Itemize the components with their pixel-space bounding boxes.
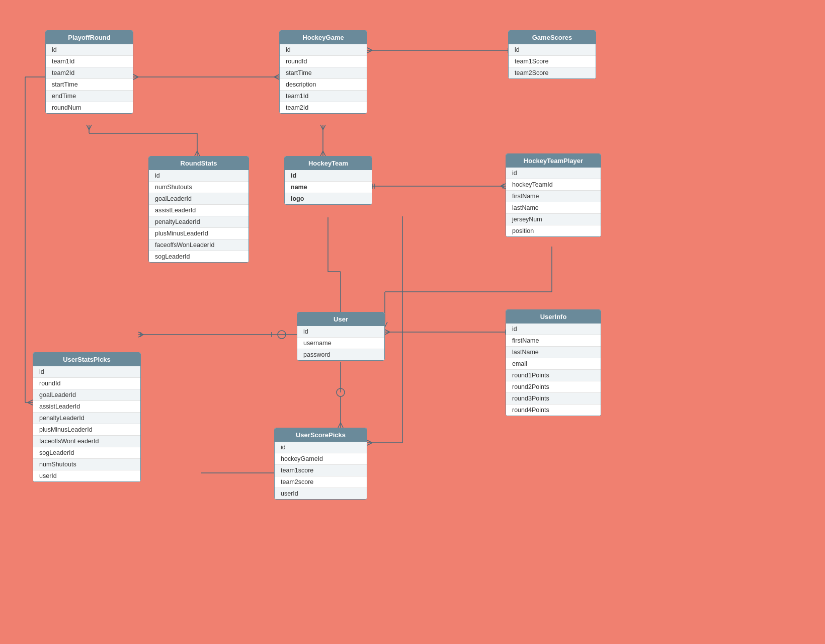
field-usc-userid: userId <box>275 488 367 499</box>
field-rs-numshutouts: numShutouts <box>149 182 249 193</box>
svg-line-1 <box>133 74 138 77</box>
entity-header-userstatspicks: UserStatsPicks <box>33 353 140 366</box>
svg-line-17 <box>87 125 89 130</box>
svg-line-58 <box>367 440 372 443</box>
entity-user: User id username password <box>297 312 385 361</box>
field-usc-hockeygameid: hockeyGameId <box>275 453 367 465</box>
field-rs-sogleaderid: sogLeaderId <box>149 251 249 262</box>
svg-line-66 <box>385 322 387 327</box>
field-pr-team2id: team2Id <box>46 67 133 79</box>
entity-header-hockeyteamplayer: HockeyTeamPlayer <box>506 154 601 168</box>
svg-line-5 <box>274 74 279 77</box>
field-htp-firstname: firstName <box>506 191 601 202</box>
svg-line-10 <box>367 48 372 50</box>
entity-hockeyteamplayer: HockeyTeamPlayer id hockeyTeamId firstNa… <box>506 153 601 237</box>
field-pr-starttime: startTime <box>46 79 133 91</box>
svg-line-27 <box>501 184 506 186</box>
field-usp-roundid: roundId <box>33 378 140 389</box>
field-u-id: id <box>297 326 384 338</box>
field-usc-team2score: team2score <box>275 476 367 488</box>
entity-header-playoffround: PlayoffRound <box>46 31 133 44</box>
svg-line-54 <box>338 423 341 428</box>
field-hg-team2id: team2Id <box>280 102 367 113</box>
entity-gamescores: GameScores id team1Score team2Score <box>508 30 596 79</box>
svg-line-16 <box>197 151 200 156</box>
field-gs-id: id <box>509 44 596 56</box>
field-rs-id: id <box>149 170 249 182</box>
field-usp-id: id <box>33 366 140 378</box>
entity-header-userinfo: UserInfo <box>506 310 601 324</box>
entity-header-roundstats: RoundStats <box>149 156 249 170</box>
svg-line-36 <box>385 332 390 335</box>
svg-point-52 <box>337 388 345 396</box>
field-u-username: username <box>297 338 384 349</box>
field-ht-logo: logo <box>285 193 372 204</box>
svg-line-55 <box>341 423 343 428</box>
field-hg-roundid: roundId <box>280 56 367 67</box>
field-rs-faceoffswonleaderid: faceoffsWonLeaderId <box>149 239 249 251</box>
field-ht-id: id <box>285 170 372 182</box>
entity-playoffround: PlayoffRound id team1Id team2Id startTim… <box>45 30 133 114</box>
field-rs-plusminusleaderid: plusMinusLeaderId <box>149 228 249 239</box>
field-usp-penaltyleaderid: penaltyLeaderId <box>33 413 140 424</box>
entity-header-hockeyteam: HockeyTeam <box>285 156 372 170</box>
field-usp-numshutouts: numShutouts <box>33 459 140 470</box>
field-rs-assistleaderid: assistLeaderId <box>149 205 249 216</box>
field-htp-jerseynum: jerseyNum <box>506 214 601 225</box>
field-ht-name: name <box>285 182 372 193</box>
field-pr-id: id <box>46 44 133 56</box>
entity-userinfo: UserInfo id firstName lastName email rou… <box>506 309 601 416</box>
svg-line-6 <box>274 77 279 79</box>
entity-header-userscorepicks: UserScorePicks <box>275 428 367 442</box>
field-htp-id: id <box>506 168 601 179</box>
field-usp-plusminusleaderid: plusMinusLeaderId <box>33 424 140 436</box>
svg-line-49 <box>28 400 33 403</box>
svg-line-43 <box>138 332 143 335</box>
field-usp-assistleaderid: assistLeaderId <box>33 401 140 413</box>
svg-line-44 <box>138 335 143 337</box>
field-htp-hockeyteamid: hockeyTeamId <box>506 179 601 191</box>
entity-header-gamescores: GameScores <box>509 31 596 44</box>
field-htp-lastname: lastName <box>506 202 601 214</box>
field-pr-roundnum: roundNum <box>46 102 133 113</box>
field-gs-team1score: team1Score <box>509 56 596 67</box>
svg-line-11 <box>367 50 372 53</box>
svg-line-22 <box>320 151 323 156</box>
svg-line-18 <box>89 125 92 130</box>
field-ui-firstname: firstName <box>506 335 601 347</box>
field-ui-round2points: round2Points <box>506 381 601 393</box>
field-hg-id: id <box>280 44 367 56</box>
field-pr-endtime: endTime <box>46 91 133 102</box>
field-pr-team1id: team1Id <box>46 56 133 67</box>
svg-line-20 <box>320 125 323 130</box>
field-hg-team1id: team1Id <box>280 91 367 102</box>
field-usc-id: id <box>275 442 367 453</box>
svg-line-28 <box>501 186 506 189</box>
field-htp-position: position <box>506 225 601 236</box>
field-ui-lastname: lastName <box>506 347 601 358</box>
field-ui-id: id <box>506 324 601 335</box>
field-gs-team2score: team2Score <box>509 67 596 78</box>
field-hg-description: description <box>280 79 367 91</box>
entity-userstatspicks: UserStatsPicks id roundId goalLeaderId a… <box>33 352 141 482</box>
field-ui-round1points: round1Points <box>506 370 601 381</box>
field-ui-round4points: round4Points <box>506 405 601 416</box>
svg-line-50 <box>28 403 33 405</box>
svg-line-59 <box>367 443 372 445</box>
field-usp-sogleaderid: sogLeaderId <box>33 447 140 459</box>
entity-userscorepicks: UserScorePicks id hockeyGameId team1scor… <box>274 428 367 500</box>
field-u-password: password <box>297 349 384 360</box>
entity-hockeygame: HockeyGame id roundId startTime descript… <box>279 30 367 114</box>
field-hg-starttime: startTime <box>280 67 367 79</box>
entity-hockeyteam: HockeyTeam id name logo <box>284 156 372 205</box>
field-ui-round3points: round3Points <box>506 393 601 405</box>
entity-header-user: User <box>297 312 384 326</box>
field-rs-goalleaderid: goalLeaderId <box>149 193 249 205</box>
svg-line-2 <box>133 77 138 79</box>
svg-line-15 <box>195 151 197 156</box>
field-usp-goalleaderid: goalLeaderId <box>33 389 140 401</box>
svg-point-41 <box>278 331 286 339</box>
field-usp-faceoffswonleaderid: faceoffsWonLeaderId <box>33 436 140 447</box>
field-usp-userid: userId <box>33 470 140 481</box>
field-rs-penaltyleaderid: penaltyLeaderId <box>149 216 249 228</box>
